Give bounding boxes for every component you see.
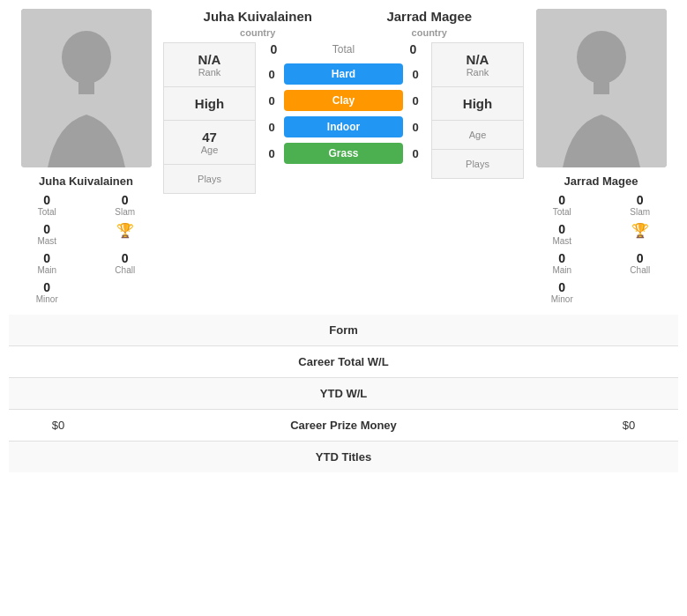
total-label: Total [285, 43, 402, 56]
clay-row: 0 Clay 0 [263, 90, 424, 111]
form-row: Form [9, 315, 678, 345]
right-chall-label: Chall [630, 265, 650, 275]
left-mast-label: Mast [37, 236, 56, 246]
left-trophy-icon: 🏆 [116, 222, 134, 239]
right-mast-cell: 0 Mast [524, 220, 601, 248]
grass-left-score: 0 [263, 147, 280, 160]
left-plays-box: Plays [164, 165, 255, 193]
right-chall-value: 0 [637, 251, 644, 265]
ytd-titles-label: YTD Titles [23, 450, 664, 464]
right-prize-value: $0 [594, 419, 664, 432]
form-label: Form [23, 323, 664, 337]
right-mast-label: Mast [552, 236, 571, 246]
left-mast-value: 0 [43, 222, 50, 236]
surfaces-area: N/A Rank High 47 Age Plays 0 [163, 42, 524, 194]
right-rank-label: Rank [467, 67, 489, 78]
left-minor-cell: 0 Minor [9, 278, 86, 306]
left-total-cell: 0 Total [9, 191, 86, 219]
right-total-score: 0 [402, 42, 424, 56]
svg-point-1 [62, 31, 111, 84]
ytd-titles-row: YTD Titles [9, 441, 678, 472]
right-minor-value: 0 [558, 280, 565, 294]
clay-badge: Clay [284, 90, 403, 111]
right-minor-cell: 0 Minor [524, 278, 601, 306]
left-player-stats: 0 Total 0 Slam 0 Mast 🏆 0 Main 0 Chall [9, 191, 163, 306]
center-names-row: Juha Kuivalainen country Jarrad Magee co… [163, 9, 524, 39]
left-trophy-cell: 🏆 [87, 220, 164, 248]
right-main-value: 0 [558, 251, 565, 265]
left-mast-cell: 0 Mast [9, 220, 86, 248]
grass-right-score: 0 [407, 147, 424, 160]
right-name-text: Jarrad Magee [386, 9, 472, 24]
right-player-photo [536, 9, 667, 167]
left-high-value: High [195, 96, 224, 111]
clay-right-score: 0 [407, 94, 424, 108]
right-main-cell: 0 Main [524, 249, 601, 277]
right-rank-box: N/A Rank [432, 43, 523, 87]
right-trophy-cell: 🏆 [602, 220, 679, 248]
ytd-wl-label: YTD W/L [23, 387, 664, 400]
grass-badge: Grass [284, 143, 403, 164]
right-main-label: Main [552, 265, 571, 275]
left-slam-value: 0 [122, 193, 129, 207]
right-name-center: Jarrad Magee country [344, 9, 516, 39]
left-player-column: Juha Kuivalainen 0 Total 0 Slam 0 Mast 🏆… [9, 9, 163, 306]
left-minor-label: Minor [36, 294, 58, 304]
indoor-row: 0 Indoor 0 [263, 116, 424, 137]
right-age-box: Age [432, 121, 523, 150]
left-info-boxes: N/A Rank High 47 Age Plays [163, 42, 256, 194]
right-high-value: High [463, 96, 492, 111]
surfaces-center: 0 Total 0 0 Hard 0 0 Clay 0 [263, 42, 424, 169]
left-rank-box: N/A Rank [164, 43, 255, 87]
svg-rect-5 [594, 81, 609, 94]
left-age-value: 47 [202, 130, 217, 145]
right-info-boxes: N/A Rank High Age Plays [431, 42, 524, 179]
right-player-silhouette [536, 9, 667, 167]
left-main-label: Main [37, 265, 56, 275]
left-name-center: Juha Kuivalainen country [172, 9, 344, 39]
right-total-label: Total [553, 207, 571, 217]
career-wl-row: Career Total W/L [9, 345, 678, 377]
left-country: country [240, 27, 275, 38]
right-slam-label: Slam [630, 207, 650, 217]
right-high-box: High [432, 87, 523, 121]
career-wl-label: Career Total W/L [23, 355, 664, 368]
svg-point-4 [577, 31, 626, 84]
left-minor-value: 0 [43, 280, 50, 294]
right-total-value: 0 [558, 193, 565, 207]
left-player-silhouette [21, 9, 152, 167]
hard-left-score: 0 [263, 68, 280, 81]
right-chall-cell: 0 Chall [602, 249, 679, 277]
left-rank-label: Rank [198, 67, 221, 78]
right-player-stats: 0 Total 0 Slam 0 Mast 🏆 0 Main 0 Chall [524, 191, 678, 306]
right-slam-value: 0 [637, 193, 644, 207]
prize-money-label: Career Prize Money [93, 419, 594, 432]
left-main-value: 0 [43, 251, 50, 265]
main-layout: Juha Kuivalainen 0 Total 0 Slam 0 Mast 🏆… [0, 0, 687, 315]
svg-rect-2 [78, 81, 94, 94]
right-rank-value: N/A [467, 52, 489, 67]
left-total-score: 0 [263, 42, 285, 56]
right-country: country [412, 27, 447, 38]
left-total-label: Total [38, 207, 56, 217]
right-slam-cell: 0 Slam [602, 191, 679, 219]
right-plays-box: Plays [432, 150, 523, 178]
right-total-cell: 0 Total [524, 191, 601, 219]
right-age-label: Age [469, 130, 487, 140]
prize-money-row: $0 Career Prize Money $0 [9, 409, 678, 441]
right-trophy-icon: 🏆 [631, 222, 649, 239]
left-total-value: 0 [43, 193, 50, 207]
left-slam-cell: 0 Slam [87, 191, 164, 219]
bottom-sections: Form Career Total W/L YTD W/L $0 Career … [0, 315, 687, 472]
left-main-cell: 0 Main [9, 249, 86, 277]
ytd-wl-row: YTD W/L [9, 377, 678, 409]
indoor-badge: Indoor [284, 116, 403, 137]
left-player-name: Juha Kuivalainen [39, 174, 133, 188]
left-player-photo [21, 9, 152, 167]
left-chall-cell: 0 Chall [87, 249, 164, 277]
left-rank-value: N/A [198, 52, 221, 67]
grass-row: 0 Grass 0 [263, 143, 424, 164]
left-age-label: Age [201, 145, 219, 155]
right-player-column: Jarrad Magee 0 Total 0 Slam 0 Mast 🏆 0 M… [524, 9, 678, 306]
indoor-right-score: 0 [407, 121, 424, 134]
